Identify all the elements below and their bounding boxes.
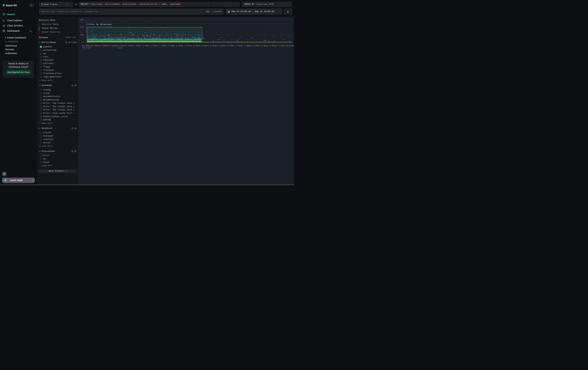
svg-text:1:30am: 1:30am — [142, 45, 149, 47]
svg-text:2:30am: 2:30am — [159, 45, 166, 47]
svg-text:2:00am: 2:00am — [151, 45, 158, 47]
svg-text:8:30am: 8:30am — [261, 45, 268, 47]
svg-text:3:30am: 3:30am — [176, 45, 183, 47]
svg-text:5:30am: 5:30am — [210, 45, 217, 47]
svg-text:7:00am: 7:00am — [235, 45, 243, 47]
svg-text:Filter by Selection: Filter by Selection — [87, 23, 111, 26]
svg-text:400: 400 — [80, 26, 84, 29]
svg-text:7:30am: 7:30am — [244, 45, 251, 47]
svg-text:6:00am: 6:00am — [219, 45, 226, 47]
svg-text:10:00am: 10:00am — [286, 45, 294, 47]
svg-text:?: ? — [4, 173, 5, 175]
svg-text:200: 200 — [80, 34, 84, 36]
svg-text:9/15: 9/15 — [118, 47, 123, 49]
svg-text:12:00am: 12:00am — [116, 45, 125, 47]
svg-text:3:00am: 3:00am — [168, 45, 175, 47]
svg-text:11:00pm: 11:00pm — [99, 45, 107, 47]
svg-text:10:00pm: 10:00pm — [82, 45, 91, 47]
svg-text:8:00am: 8:00am — [252, 45, 260, 47]
svg-text:1:00am: 1:00am — [134, 45, 141, 47]
svg-text:600: 600 — [80, 19, 84, 21]
svg-text:4:30am: 4:30am — [193, 45, 200, 47]
svg-text:9:00am: 9:00am — [269, 45, 277, 47]
svg-text:12:30am: 12:30am — [125, 45, 133, 47]
svg-text:0: 0 — [83, 41, 84, 43]
svg-text:9:30am: 9:30am — [278, 45, 285, 47]
svg-text:4:00am: 4:00am — [185, 45, 192, 47]
svg-text:5:00am: 5:00am — [201, 45, 209, 47]
svg-text:9/14/25: 9/14/25 — [82, 47, 91, 49]
svg-text:6:30am: 6:30am — [227, 45, 234, 47]
svg-text:11:30pm: 11:30pm — [107, 45, 116, 47]
svg-text:10:30pm: 10:30pm — [91, 45, 99, 47]
